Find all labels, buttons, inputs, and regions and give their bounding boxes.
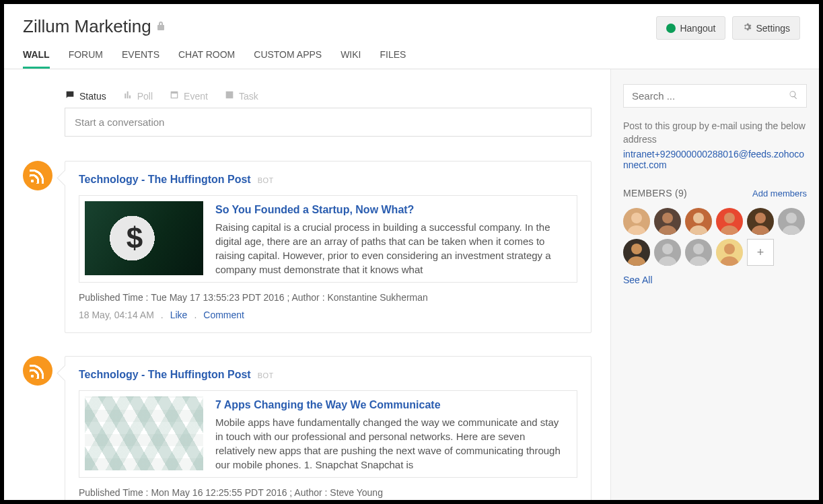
- hangout-label: Hangout: [680, 23, 715, 34]
- svg-point-5: [693, 213, 704, 223]
- article-title-link[interactable]: 7 Apps Changing the Way We Communicate: [215, 399, 565, 411]
- post-source-link[interactable]: Technology - The Huffington Post: [79, 174, 251, 186]
- event-icon: [169, 89, 180, 102]
- add-members-link[interactable]: Add members: [752, 188, 807, 199]
- member-avatar[interactable]: [685, 239, 712, 266]
- article-title-link[interactable]: So You Founded a Startup, Now What?: [215, 204, 565, 216]
- post: Technology - The Huffington PostBOTSo Yo…: [23, 161, 592, 333]
- post-timestamp: 18 May, 04:14 AM: [79, 310, 154, 320]
- article-box: 7 Apps Changing the Way We CommunicateMo…: [79, 390, 577, 478]
- bot-badge: BOT: [258, 371, 274, 380]
- article-description: Mobile apps have fundamentally changed t…: [215, 415, 565, 472]
- member-avatar[interactable]: [685, 208, 712, 235]
- composer-tab-label: Poll: [137, 91, 153, 102]
- composer-tab-poll[interactable]: Poll: [122, 84, 153, 108]
- article-box: So You Founded a Startup, Now What?Raisi…: [79, 195, 577, 283]
- gear-icon: [742, 22, 752, 34]
- member-avatar[interactable]: [623, 239, 650, 266]
- page-header: Zillum Marketing Hangout Settings WALLF: [4, 4, 819, 69]
- poll-icon: [122, 89, 133, 102]
- page-title: Zillum Marketing: [23, 16, 165, 37]
- search-input[interactable]: [632, 90, 789, 102]
- svg-point-11: [786, 213, 797, 223]
- composer-tab-event[interactable]: Event: [169, 84, 208, 108]
- tab-wiki[interactable]: WIKI: [341, 49, 361, 69]
- post-meta: Published Time : Mon May 16 12:25:55 PDT…: [79, 487, 577, 498]
- post-source-link[interactable]: Technology - The Huffington Post: [79, 369, 251, 381]
- comment-link[interactable]: Comment: [203, 310, 244, 320]
- search-icon: [789, 90, 798, 102]
- svg-point-13: [631, 244, 642, 254]
- member-avatar[interactable]: [623, 208, 650, 235]
- members-grid: +: [623, 208, 807, 266]
- article-description: Raising capital is a crucial process in …: [215, 220, 565, 277]
- separator: .: [161, 310, 164, 320]
- tab-chat-room[interactable]: CHAT ROOM: [178, 49, 235, 69]
- group-email-link[interactable]: intranet+929000000288016@feeds.zohoconne…: [623, 149, 807, 170]
- tab-wall[interactable]: WALL: [23, 49, 50, 69]
- nav-tabs: WALLFORUMEVENTSCHAT ROOMCUSTOM APPSWIKIF…: [23, 49, 800, 69]
- svg-point-1: [631, 213, 642, 223]
- settings-label: Settings: [756, 23, 790, 34]
- composer-input[interactable]: Start a conversation: [65, 108, 592, 137]
- page-title-text: Zillum Marketing: [23, 16, 151, 37]
- composer-tab-label: Task: [239, 91, 258, 102]
- hangout-icon: [666, 24, 676, 33]
- article-image: [85, 396, 203, 470]
- like-link[interactable]: Like: [170, 310, 188, 320]
- svg-point-15: [662, 244, 673, 254]
- member-avatar[interactable]: [654, 208, 681, 235]
- hangout-button[interactable]: Hangout: [656, 16, 725, 40]
- add-member-button[interactable]: +: [747, 239, 774, 266]
- composer-tabs: StatusPollEventTask: [65, 84, 592, 108]
- member-avatar[interactable]: [747, 208, 774, 235]
- search-box[interactable]: [623, 84, 807, 108]
- settings-button[interactable]: Settings: [732, 16, 800, 40]
- svg-point-3: [662, 213, 673, 223]
- rss-icon: [23, 356, 52, 386]
- member-avatar[interactable]: [778, 208, 805, 235]
- feed: StatusPollEventTask Start a conversation…: [4, 69, 610, 500]
- post-by-email-text: Post to this group by e-mail using the b…: [623, 120, 807, 146]
- composer-tab-label: Event: [184, 91, 208, 102]
- post-card: Technology - The Huffington PostBOT7 App…: [65, 356, 592, 500]
- post: Technology - The Huffington PostBOT7 App…: [23, 356, 592, 500]
- rss-icon: [23, 161, 52, 190]
- composer-tab-label: Status: [79, 91, 106, 102]
- composer-tab-task[interactable]: Task: [224, 84, 258, 108]
- tab-events[interactable]: EVENTS: [122, 49, 159, 69]
- members-title: MEMBERS (9): [623, 188, 687, 199]
- member-avatar[interactable]: [716, 239, 743, 266]
- separator: .: [194, 310, 196, 320]
- member-avatar[interactable]: [716, 208, 743, 235]
- post-card: Technology - The Huffington PostBOTSo Yo…: [65, 161, 592, 333]
- svg-point-19: [724, 244, 735, 254]
- svg-point-7: [724, 213, 735, 223]
- tab-files[interactable]: FILES: [380, 49, 406, 69]
- tab-forum[interactable]: FORUM: [69, 49, 103, 69]
- sidebar: Post to this group by e-mail using the b…: [610, 69, 819, 500]
- task-icon: [224, 89, 235, 102]
- composer-tab-status[interactable]: Status: [65, 84, 106, 108]
- tab-custom-apps[interactable]: CUSTOM APPS: [254, 49, 322, 69]
- svg-point-9: [755, 213, 766, 223]
- member-avatar[interactable]: [654, 239, 681, 266]
- status-icon: [65, 89, 75, 102]
- lock-icon: [157, 21, 165, 32]
- post-meta: Published Time : Tue May 17 13:55:23 PDT…: [79, 292, 577, 303]
- article-image: [85, 201, 203, 275]
- bot-badge: BOT: [258, 176, 274, 184]
- see-all-link[interactable]: See All: [623, 275, 653, 285]
- svg-point-17: [693, 244, 704, 254]
